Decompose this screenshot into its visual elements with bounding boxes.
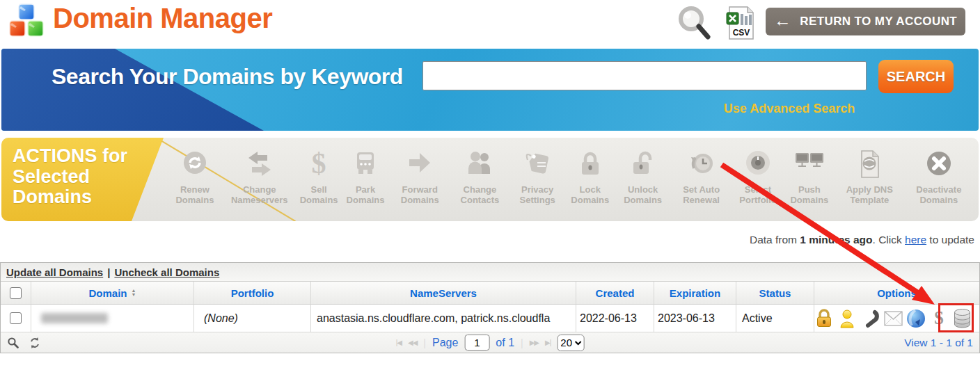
dns-records-option-icon[interactable] xyxy=(952,308,972,329)
action-set-auto-renewal[interactable]: Set Auto Renewal xyxy=(671,143,732,217)
action-label: Lock Domains xyxy=(565,185,615,206)
action-renew-domains[interactable]: Renew Domains xyxy=(167,143,223,217)
keyword-search-input[interactable] xyxy=(422,61,867,90)
action-change-nameservers[interactable]: Change Nameservers xyxy=(223,143,297,217)
search-button[interactable]: SEARCH xyxy=(878,60,954,93)
data-freshness-notice: Data from 1 minutes ago. Click here to u… xyxy=(750,234,974,246)
page-label: Page xyxy=(432,337,458,349)
action-deactivate-domains[interactable]: Deactivate Domains xyxy=(905,143,973,217)
return-to-account-button[interactable]: ← RETURN TO MY ACCOUNT xyxy=(766,8,965,35)
action-items: Renew Domains Change Nameservers $ Sell … xyxy=(167,143,973,217)
uncheck-all-domains-link[interactable]: Uncheck all Domains xyxy=(114,266,219,278)
svg-text:CSV: CSV xyxy=(733,28,750,38)
action-label: Select Portfolio xyxy=(732,185,784,206)
options-cell: $ xyxy=(814,305,979,332)
update-all-domains-link[interactable]: Update all Domains xyxy=(6,266,103,278)
update-here-link[interactable]: here xyxy=(905,234,926,246)
portfolio-cell: (None) xyxy=(194,305,311,332)
actions-bar: ACTIONS for Selected Domains Renew Domai… xyxy=(1,138,979,221)
expiration-cell: 2023-06-13 xyxy=(654,305,736,332)
search-banner: Search Your Domains by Keyword SEARCH Us… xyxy=(1,49,979,131)
bulk-links-separator: | xyxy=(107,266,110,278)
contact-option-icon[interactable] xyxy=(837,308,857,329)
first-page-button[interactable]: |◀ xyxy=(396,339,402,346)
nameservers-cell: anastasia.ns.cloudflare.com, patrick.ns.… xyxy=(311,305,576,332)
action-label: Privacy Settings xyxy=(509,185,565,206)
banner-wedge-decoration xyxy=(1,49,264,131)
renew-icon xyxy=(180,143,210,185)
search-banner-label: Search Your Domains by Keyword xyxy=(52,64,403,90)
last-page-button[interactable]: ▶| xyxy=(545,339,551,346)
bulk-links-bar: Update all Domains | Uncheck all Domains xyxy=(1,263,979,282)
table-header-row: Domain Portfolio NameServers Created Exp… xyxy=(1,282,979,305)
change-contacts-icon xyxy=(464,143,495,185)
notice-text: Data from xyxy=(750,234,800,246)
phone-option-icon[interactable] xyxy=(860,308,880,329)
column-header-created[interactable]: Created xyxy=(576,282,654,304)
website-option-icon[interactable] xyxy=(906,308,926,329)
lock-open-icon xyxy=(628,143,658,185)
domain-cell[interactable] xyxy=(31,305,194,332)
park-icon xyxy=(350,143,381,185)
grid-search-icon[interactable] xyxy=(7,337,19,348)
column-header-domain[interactable]: Domain xyxy=(31,282,194,304)
action-apply-dns-template[interactable]: Apply DNS Template xyxy=(835,143,905,217)
column-header-nameservers[interactable]: NameServers xyxy=(311,282,576,304)
portfolio-icon xyxy=(743,143,773,185)
action-sell-domains[interactable]: $ Sell Domains xyxy=(297,143,342,217)
view-range-label[interactable]: View 1 - 1 of 1 xyxy=(904,337,973,349)
select-all-cell xyxy=(1,282,31,304)
action-change-contacts[interactable]: Change Contacts xyxy=(450,143,509,217)
notice-age: 1 minutes ago xyxy=(800,234,872,246)
action-unlock-domains[interactable]: Unlock Domains xyxy=(615,143,671,217)
action-label: Sell Domains xyxy=(297,185,342,206)
column-header-status[interactable]: Status xyxy=(736,282,814,304)
column-header-portfolio[interactable]: Portfolio xyxy=(194,282,311,304)
push-icon xyxy=(794,143,825,185)
prev-page-button[interactable]: ◀◀ xyxy=(408,339,417,346)
app-logo-cubes-icon xyxy=(6,3,47,45)
page-number-input[interactable] xyxy=(464,335,489,351)
page-of-label: of 1 xyxy=(496,337,514,349)
column-header-expiration[interactable]: Expiration xyxy=(654,282,736,304)
sell-icon: $ xyxy=(303,143,334,185)
search-icon[interactable] xyxy=(675,4,714,46)
lock-option-icon[interactable] xyxy=(814,308,834,329)
action-push-domains[interactable]: Push Domains xyxy=(784,143,835,217)
row-checkbox[interactable] xyxy=(10,312,22,324)
deactivate-icon xyxy=(924,143,954,185)
actions-title: ACTIONS for Selected Domains xyxy=(13,146,127,208)
pager-divider: | xyxy=(521,337,523,348)
left-arrow-icon: ← xyxy=(774,12,791,29)
action-forward-domains[interactable]: Forward Domains xyxy=(390,143,450,217)
price-option-icon[interactable]: $ xyxy=(929,308,949,329)
refresh-icon[interactable] xyxy=(29,337,41,349)
advanced-search-link[interactable]: Use Advanced Search xyxy=(711,102,867,116)
email-option-icon[interactable] xyxy=(883,308,903,329)
column-header-options[interactable]: Options xyxy=(814,282,979,304)
forward-icon xyxy=(404,143,435,185)
created-cell: 2022-06-13 xyxy=(576,305,654,332)
action-park-domains[interactable]: Park Domains xyxy=(342,143,390,217)
action-select-portfolio[interactable]: Select Portfolio xyxy=(732,143,784,217)
dns-template-icon xyxy=(854,143,885,185)
action-lock-domains[interactable]: Lock Domains xyxy=(565,143,615,217)
pagination: |◀ ◀◀ | Page of 1 | ▶▶ ▶| 20 xyxy=(396,335,585,351)
page-size-select[interactable]: 20 xyxy=(557,335,584,351)
select-all-checkbox[interactable] xyxy=(10,287,22,299)
action-label: Change Contacts xyxy=(450,185,509,206)
csv-export-icon[interactable]: CSV xyxy=(724,6,756,45)
status-cell: Active xyxy=(736,305,814,332)
pager-divider: | xyxy=(423,337,426,348)
privacy-icon xyxy=(522,143,553,185)
domain-manager-page: Domain Manager CSV ← RETURN TO MY ACCOUN… xyxy=(0,0,980,370)
action-label: Park Domains xyxy=(342,185,390,206)
action-privacy-settings[interactable]: Privacy Settings xyxy=(509,143,565,217)
auto-renewal-icon xyxy=(686,143,717,185)
domains-table: Update all Domains | Uncheck all Domains… xyxy=(0,262,980,353)
change-nameservers-icon xyxy=(244,143,275,185)
return-to-account-label: RETURN TO MY ACCOUNT xyxy=(800,15,957,29)
sort-arrows-icon[interactable] xyxy=(132,289,136,297)
action-label: Renew Domains xyxy=(167,185,223,206)
next-page-button[interactable]: ▶▶ xyxy=(530,339,539,346)
